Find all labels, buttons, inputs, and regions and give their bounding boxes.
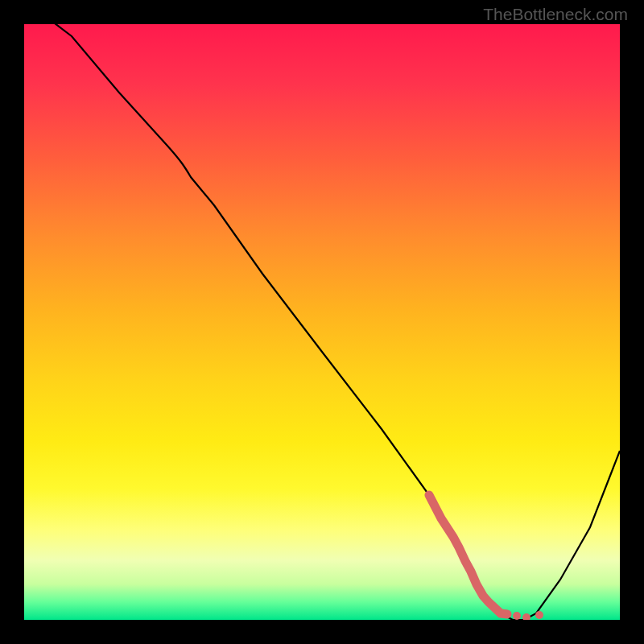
highlight-dot-icon — [513, 612, 521, 620]
plot-area — [24, 24, 620, 620]
highlight-dot-icon — [535, 611, 543, 619]
highlight-dot-icon — [522, 613, 530, 620]
watermark-text: TheBottleneck.com — [483, 5, 628, 24]
highlight-stroke — [429, 495, 507, 614]
main-curve — [24, 24, 620, 620]
chart-svg — [24, 24, 620, 620]
chart-container: TheBottleneck.com — [0, 0, 644, 644]
